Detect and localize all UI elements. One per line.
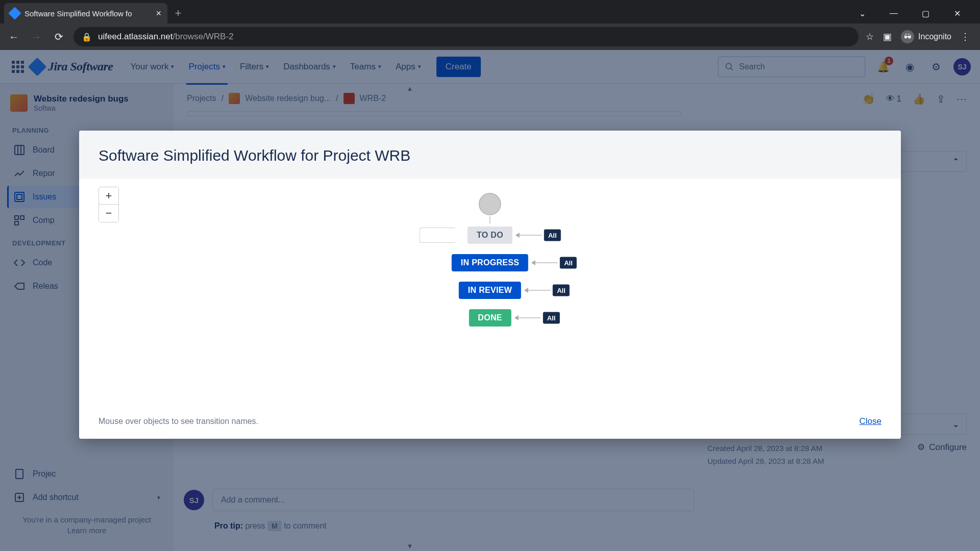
workflow-connector <box>489 216 491 223</box>
status-in-review[interactable]: IN REVIEW <box>459 282 521 299</box>
workflow-start-node[interactable] <box>479 193 501 215</box>
transition-all-badge[interactable]: All <box>543 312 560 324</box>
forward-button[interactable]: → <box>29 29 44 44</box>
transition-all-badge[interactable]: All <box>544 230 561 241</box>
browser-tab[interactable]: Software Simplified Workflow fo × <box>4 3 167 23</box>
workflow-connector <box>519 317 541 318</box>
address-bar: ← → ⟳ 🔒 uifeed.atlassian.net/browse/WRB-… <box>0 23 980 50</box>
workflow-canvas[interactable]: + − TO DO All IN PROGRESS <box>79 179 901 408</box>
arrow-left-icon <box>531 260 535 265</box>
zoom-in-button[interactable]: + <box>99 187 118 205</box>
status-done[interactable]: DONE <box>469 309 511 327</box>
new-tab-button[interactable]: + <box>169 5 187 22</box>
tab-overview-icon[interactable]: ⌄ <box>853 9 871 18</box>
zoom-controls: + − <box>99 187 119 222</box>
transition-all-badge[interactable]: All <box>560 257 577 269</box>
close-window-icon[interactable]: ✕ <box>948 9 966 18</box>
reload-button[interactable]: ⟳ <box>51 29 66 44</box>
workflow-self-loop <box>420 228 455 243</box>
jira-favicon <box>8 7 21 19</box>
incognito-label: Incognito <box>918 32 951 41</box>
url-input[interactable]: 🔒 uifeed.atlassian.net/browse/WRB-2 <box>74 27 859 46</box>
window-controls: ⌄ ― ▢ ✕ <box>853 9 976 18</box>
workflow-connector <box>520 235 542 236</box>
close-button[interactable]: Close <box>860 416 881 427</box>
close-tab-icon[interactable]: × <box>156 8 161 19</box>
lock-icon: 🔒 <box>82 32 92 42</box>
status-in-progress[interactable]: IN PROGRESS <box>452 254 528 271</box>
status-todo[interactable]: TO DO <box>468 227 512 244</box>
incognito-badge[interactable]: 🕶 Incognito <box>901 30 951 43</box>
modal-title: Software Simplified Workflow for Project… <box>99 147 881 164</box>
url-domain: uifeed.atlassian.net <box>98 32 173 41</box>
arrow-left-icon <box>516 233 520 238</box>
tab-title: Software Simplified Workflow fo <box>24 9 151 18</box>
modal-hint: Mouse over objects to see transition nam… <box>99 417 258 426</box>
arrow-left-icon <box>514 315 519 320</box>
workflow-connector <box>528 290 551 291</box>
modal-backdrop[interactable]: Software Simplified Workflow for Project… <box>0 50 980 551</box>
zoom-out-button[interactable]: − <box>99 205 118 222</box>
browser-menu-icon[interactable]: ⋮ <box>961 31 970 42</box>
arrow-left-icon <box>524 288 528 293</box>
bookmark-icon[interactable]: ☆ <box>866 31 874 42</box>
back-button[interactable]: ← <box>6 29 21 44</box>
workflow-connector <box>535 262 558 263</box>
minimize-icon[interactable]: ― <box>885 9 902 18</box>
transition-all-badge[interactable]: All <box>553 285 570 296</box>
maximize-icon[interactable]: ▢ <box>917 9 934 18</box>
extensions-icon[interactable]: ▣ <box>883 31 892 42</box>
url-path: /browse/WRB-2 <box>173 32 234 41</box>
incognito-icon: 🕶 <box>901 30 914 43</box>
browser-tab-bar: Software Simplified Workflow fo × + ⌄ ― … <box>0 0 980 23</box>
workflow-modal: Software Simplified Workflow for Project… <box>79 131 901 439</box>
